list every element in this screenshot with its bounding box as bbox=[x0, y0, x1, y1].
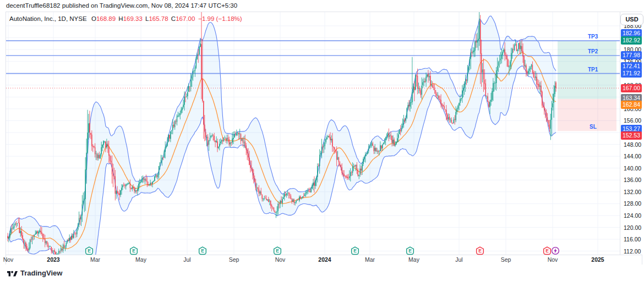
price-label: 177.98 bbox=[621, 51, 642, 59]
axis-month-label: Nov bbox=[268, 256, 292, 263]
price-label: 152.53 bbox=[621, 131, 642, 140]
legend-ohlc-item: L165.78 bbox=[144, 15, 168, 22]
legend-ohlc-item: O168.89 bbox=[90, 15, 116, 22]
currency-button[interactable]: USD bbox=[620, 14, 643, 25]
price-tick: 112.00 bbox=[624, 248, 641, 255]
axis-month-label: Nov bbox=[541, 256, 565, 263]
event-bolt-badge[interactable] bbox=[551, 246, 560, 255]
price-tick: 156.00 bbox=[624, 117, 641, 124]
chart-legend[interactable]: AutoNation, Inc., 1D, NYSE O168.89 H169.… bbox=[9, 15, 242, 22]
price-chart[interactable] bbox=[6, 12, 620, 255]
price-tick: 136.00 bbox=[624, 177, 641, 183]
earnings-icon: E bbox=[543, 246, 552, 255]
price-tick: 128.00 bbox=[624, 200, 641, 207]
legend-ohlc-item: C167.00 bbox=[170, 15, 195, 22]
earnings-badge[interactable]: E bbox=[129, 246, 138, 255]
svg-text:E: E bbox=[88, 248, 91, 254]
earnings-icon: E bbox=[198, 246, 207, 255]
lightning-icon bbox=[551, 246, 560, 255]
earnings-icon: E bbox=[85, 246, 94, 255]
axis-month-label: Jul bbox=[175, 256, 199, 263]
price-tick: 140.00 bbox=[624, 165, 641, 172]
svg-text:E: E bbox=[276, 248, 279, 254]
price-label: 182.92 bbox=[621, 36, 642, 45]
svg-text:E: E bbox=[132, 248, 135, 254]
earnings-badge[interactable]: E bbox=[351, 246, 359, 255]
price-tick: 132.00 bbox=[624, 189, 641, 195]
legend-symbol[interactable]: AutoNation, Inc., 1D, NYSE bbox=[9, 15, 87, 22]
axis-month-label: May bbox=[129, 256, 153, 263]
axis-year-label: 2025 bbox=[586, 256, 610, 263]
earnings-badge[interactable]: E bbox=[85, 246, 94, 255]
earnings-badge[interactable]: E bbox=[476, 246, 484, 255]
level-tag-sl[interactable]: SL bbox=[590, 124, 597, 130]
axis-year-label: 2023 bbox=[41, 256, 66, 263]
earnings-badge[interactable]: E bbox=[543, 246, 552, 255]
svg-text:E: E bbox=[408, 248, 412, 254]
legend-ohlc-item: H169.33 bbox=[117, 15, 143, 22]
earnings-icon: E bbox=[351, 246, 359, 255]
earnings-badge[interactable]: E bbox=[273, 246, 282, 255]
axis-month-label: Sep bbox=[222, 256, 246, 263]
price-tick: 124.00 bbox=[624, 212, 641, 219]
price-tick: 116.00 bbox=[624, 236, 641, 243]
earnings-icon: E bbox=[129, 246, 138, 255]
axis-year-label: 2024 bbox=[313, 256, 337, 263]
svg-text:E: E bbox=[353, 248, 357, 254]
earnings-badge[interactable]: E bbox=[198, 246, 207, 255]
price-tick: 120.00 bbox=[624, 224, 641, 231]
time-axis[interactable]: Nov2023MarMayJulSepNov2024MarMayJulSepNo… bbox=[6, 255, 642, 265]
axis-month-label: Mar bbox=[358, 256, 382, 263]
axis-month-label: May bbox=[402, 256, 426, 263]
earnings-icon: E bbox=[476, 246, 484, 255]
earnings-icon: E bbox=[406, 246, 414, 255]
level-tag-tp3[interactable]: TP3 bbox=[588, 34, 598, 40]
axis-month-label: Nov bbox=[0, 256, 20, 263]
legend-change: −1.99 (−1.18%) bbox=[198, 15, 242, 22]
price-label: 167.00 bbox=[621, 84, 642, 92]
tradingview-wordmark: TradingView bbox=[20, 269, 62, 277]
earnings-icon: E bbox=[273, 246, 282, 255]
axis-month-label: Jul bbox=[447, 256, 471, 263]
level-tag-tp2[interactable]: TP2 bbox=[588, 48, 598, 54]
tradingview-logo-icon bbox=[7, 269, 18, 277]
axis-month-label: Sep bbox=[494, 256, 518, 263]
axis-month-label: Mar bbox=[83, 256, 107, 263]
svg-text:E: E bbox=[201, 248, 204, 254]
publish-line: decentTruffle68182 published on TradingV… bbox=[6, 2, 237, 9]
svg-text:E: E bbox=[478, 248, 482, 254]
price-tick: 144.00 bbox=[624, 153, 641, 159]
chart-card: AutoNation, Inc., 1D, NYSE O168.89 H169.… bbox=[6, 12, 642, 265]
price-label: 162.84 bbox=[621, 101, 642, 109]
footer-brand[interactable]: TradingView bbox=[7, 269, 62, 277]
price-tick: 148.00 bbox=[624, 141, 641, 148]
level-tag-tp1[interactable]: TP1 bbox=[588, 67, 598, 73]
price-label: 171.92 bbox=[621, 69, 642, 78]
svg-text:E: E bbox=[545, 248, 549, 254]
earnings-badge[interactable]: E bbox=[406, 246, 414, 255]
